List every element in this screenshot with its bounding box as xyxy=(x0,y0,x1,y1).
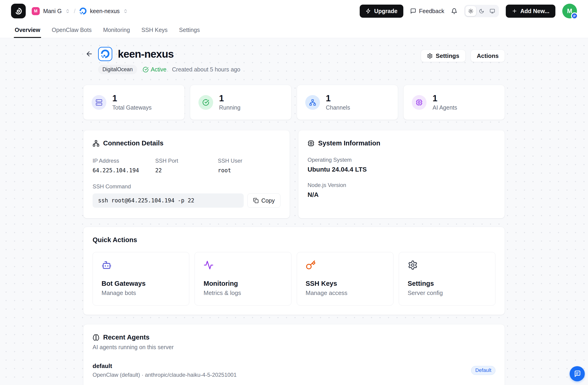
network-icon xyxy=(93,140,100,147)
gear-icon xyxy=(427,53,433,59)
stats-row: 1 Total Gateways 1 Running 1 xyxy=(83,85,505,120)
copy-label: Copy xyxy=(261,197,275,204)
sun-icon xyxy=(468,8,473,14)
agent-row[interactable]: default OpenClaw (default) · anthropic/c… xyxy=(93,363,495,378)
ssh-command-label: SSH Command xyxy=(93,183,280,190)
field-ip-address: IP Address 64.225.104.194 xyxy=(93,158,155,174)
quick-action-subtitle: Manage access xyxy=(306,289,384,297)
notifications-button[interactable] xyxy=(451,8,457,14)
field-label: SSH Port xyxy=(155,158,218,164)
quick-action-ssh-keys[interactable]: SSH Keys Manage access xyxy=(297,252,394,305)
user-menu[interactable]: M P xyxy=(562,4,577,18)
field-label: SSH User xyxy=(218,158,280,164)
agent-meta: OpenClaw (default) · anthropic/claude-ha… xyxy=(93,372,237,378)
chevrons-up-down-icon[interactable] xyxy=(65,9,70,14)
settings-button[interactable]: Settings xyxy=(421,50,465,62)
card-title: System Information xyxy=(318,139,380,147)
workspace-name[interactable]: Mani G xyxy=(43,8,62,15)
page-header: keen-nexus DigitalOcean Active Created a… xyxy=(83,47,505,74)
field-label: Node.js Version xyxy=(308,182,495,188)
agent-name: default xyxy=(93,363,237,370)
field-value: N/A xyxy=(308,191,495,198)
quick-action-subtitle: Manage bots xyxy=(102,289,180,297)
add-new-button[interactable]: Add New... xyxy=(506,5,555,18)
quick-action-bot-gateways[interactable]: Bot Gateways Manage bots xyxy=(93,252,189,305)
avatar-plan-badge: P xyxy=(571,12,578,19)
add-new-label: Add New... xyxy=(520,8,549,15)
quick-action-title: SSH Keys xyxy=(306,280,384,287)
app-logo[interactable] xyxy=(11,4,26,18)
workspace-avatar: M xyxy=(32,7,40,15)
quick-actions-card: Quick Actions Bot Gateways Manage bots M… xyxy=(83,227,505,315)
feedback-button[interactable]: Feedback xyxy=(410,8,444,15)
chat-bubble-icon xyxy=(573,370,581,377)
actions-button[interactable]: Actions xyxy=(471,50,505,62)
quick-action-subtitle: Metrics & logs xyxy=(204,289,282,297)
quick-action-subtitle: Server config xyxy=(408,289,486,297)
ssh-command-value[interactable]: ssh root@64.225.104.194 -p 22 xyxy=(93,193,244,208)
stat-label: Total Gateways xyxy=(112,104,152,111)
monitor-icon xyxy=(490,8,495,14)
tab-openclaw-bots[interactable]: OpenClaw Bots xyxy=(52,22,92,38)
activity-icon xyxy=(204,260,282,270)
tab-overview[interactable]: Overview xyxy=(15,22,40,38)
connection-details-card: Connection Details IP Address 64.225.104… xyxy=(83,130,290,218)
settings-label: Settings xyxy=(436,52,459,60)
tab-ssh-keys[interactable]: SSH Keys xyxy=(142,22,168,38)
actions-label: Actions xyxy=(477,52,499,60)
brain-icon xyxy=(93,334,100,341)
topbar: M Mani G / keen-nexus Upgra xyxy=(0,0,588,22)
theme-dark-button[interactable] xyxy=(476,6,487,16)
field-ssh-port: SSH Port 22 xyxy=(155,158,218,174)
topbar-actions: Upgrade Feedback xyxy=(360,4,577,18)
default-badge: Default xyxy=(471,366,495,375)
app-header: M Mani G / keen-nexus Upgra xyxy=(0,0,588,38)
stat-channels: 1 Channels xyxy=(297,85,398,120)
theme-system-button[interactable] xyxy=(487,6,498,16)
arrow-left-icon xyxy=(85,50,93,58)
cpu-icon xyxy=(308,140,315,147)
cpu-icon xyxy=(412,95,426,110)
chevrons-up-down-icon[interactable] xyxy=(123,9,128,14)
theme-switcher xyxy=(464,5,499,17)
stat-total-gateways: 1 Total Gateways xyxy=(83,85,185,120)
chat-widget-button[interactable] xyxy=(570,366,585,381)
quick-action-title: Bot Gateways xyxy=(102,280,180,287)
stat-value: 1 xyxy=(326,94,350,103)
quick-action-title: Settings xyxy=(408,280,486,287)
server-breadcrumb-name[interactable]: keen-nexus xyxy=(90,8,120,15)
quick-action-settings[interactable]: Settings Server config xyxy=(399,252,495,305)
theme-light-button[interactable] xyxy=(465,6,476,16)
tab-monitoring[interactable]: Monitoring xyxy=(103,22,130,38)
upgrade-button[interactable]: Upgrade xyxy=(360,5,403,18)
field-nodejs-version: Node.js Version N/A xyxy=(308,182,495,198)
field-value: Ubuntu 24.04.4 LTS xyxy=(308,166,495,173)
digitalocean-icon xyxy=(80,8,86,15)
field-label: IP Address xyxy=(93,158,155,164)
tab-settings[interactable]: Settings xyxy=(179,22,200,38)
moon-icon xyxy=(479,8,484,14)
key-icon xyxy=(306,260,384,270)
recent-agents-card: Recent Agents AI agents running on this … xyxy=(83,324,505,385)
field-label: Operating System xyxy=(308,157,495,163)
bot-icon xyxy=(102,260,180,270)
provider-badge: DigitalOcean xyxy=(98,65,137,74)
stat-value: 1 xyxy=(433,94,457,103)
section-title: Recent Agents xyxy=(103,334,149,341)
system-information-card: System Information Operating System Ubun… xyxy=(298,130,505,218)
stat-label: AI Agents xyxy=(433,104,457,111)
stat-label: Channels xyxy=(326,104,350,111)
created-timestamp: Created about 5 hours ago xyxy=(172,66,240,73)
card-title: Connection Details xyxy=(103,139,164,147)
section-subtitle: AI agents running on this server xyxy=(93,344,495,351)
breadcrumb: M Mani G / keen-nexus xyxy=(32,7,128,15)
copy-button[interactable]: Copy xyxy=(247,193,280,208)
message-square-icon xyxy=(410,8,416,14)
back-button[interactable] xyxy=(85,50,93,58)
provider-logo-box xyxy=(98,47,112,61)
stat-ai-agents: 1 AI Agents xyxy=(403,85,505,120)
quick-action-monitoring[interactable]: Monitoring Metrics & logs xyxy=(194,252,291,305)
stat-label: Running xyxy=(219,104,240,111)
section-title: Quick Actions xyxy=(93,236,495,244)
digitalocean-icon xyxy=(101,50,109,58)
